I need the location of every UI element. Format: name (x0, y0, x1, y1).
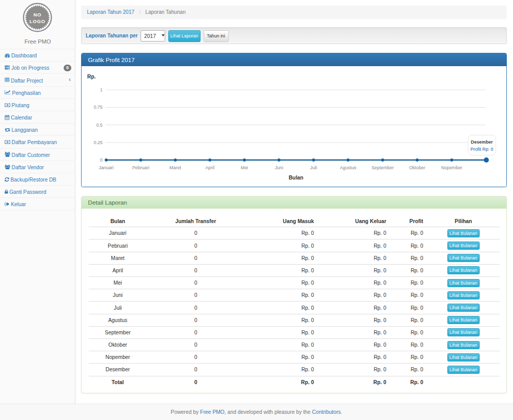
svg-text:NO: NO (33, 12, 42, 17)
svg-text:LOGO: LOGO (30, 18, 46, 24)
